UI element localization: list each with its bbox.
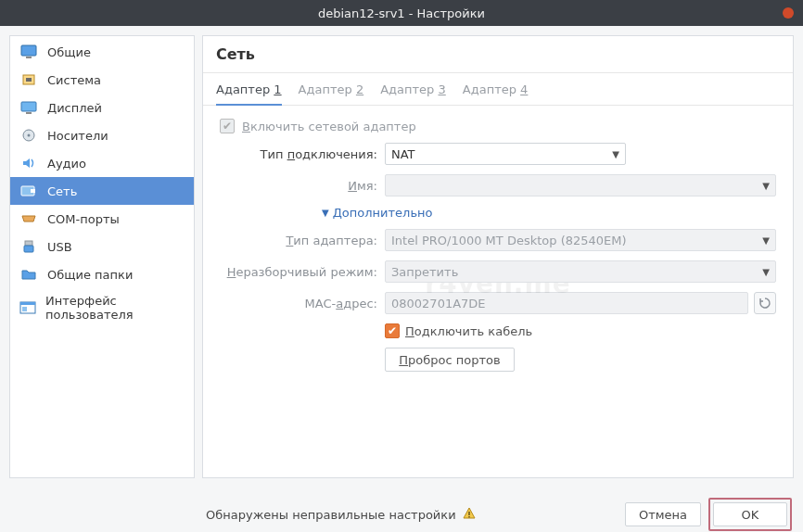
window-layout-icon	[19, 299, 36, 316]
tab-adapter-2[interactable]: Адаптер 2	[299, 82, 364, 105]
sidebar-item-audio[interactable]: Аудио	[10, 149, 194, 177]
connection-type-label: Тип подключения:	[220, 147, 377, 161]
name-label: Имя:	[220, 179, 377, 193]
enable-adapter-label: Включить сетевой адаптер	[242, 120, 416, 133]
network-panel: Сеть Адаптер 1 Адаптер 2 Адаптер 3 Адапт…	[202, 35, 794, 478]
speaker-icon	[19, 155, 38, 171]
serial-port-icon	[19, 210, 38, 227]
sidebar-item-label: Сеть	[47, 184, 77, 198]
adapter-type-select: Intel PRO/1000 MT Desktop (82540EM)▼	[385, 229, 776, 251]
tab-adapter-4[interactable]: Адаптер 4	[463, 82, 529, 105]
sidebar-item-shared-folders[interactable]: Общие папки	[10, 260, 194, 288]
folder-icon	[19, 266, 38, 283]
tab-adapter-3[interactable]: Адаптер 3	[380, 82, 446, 105]
warning-icon	[462, 506, 477, 524]
chip-icon	[19, 71, 38, 88]
cable-connected-checkbox[interactable]: ✔	[385, 323, 400, 338]
svg-rect-4	[21, 102, 36, 111]
sidebar-item-label: Система	[47, 73, 101, 87]
svg-rect-10	[25, 241, 32, 246]
window-title: debian12-srv1 - Настройки	[318, 6, 485, 20]
usb-icon	[19, 238, 38, 255]
sidebar-item-label: USB	[47, 240, 72, 254]
settings-sidebar: Общие Система Дисплей Носители Аудио	[9, 35, 195, 478]
svg-rect-9	[31, 189, 35, 193]
sidebar-item-label: Интерфейс пользователя	[45, 294, 185, 322]
sidebar-item-system[interactable]: Система	[10, 66, 194, 94]
tab-adapter-1[interactable]: Адаптер 1	[216, 82, 282, 106]
connection-type-select[interactable]: NAT▼	[385, 143, 626, 165]
svg-rect-13	[20, 302, 35, 305]
svg-rect-0	[21, 45, 36, 56]
warning-text: Обнаружены неправильные настройки	[206, 508, 456, 522]
promiscuous-select: Запретить▼	[385, 260, 776, 283]
svg-rect-16	[468, 516, 469, 517]
sidebar-item-storage[interactable]: Носители	[10, 121, 194, 149]
sidebar-item-label: Общие папки	[47, 268, 133, 282]
adapter-tabs: Адаптер 1 Адаптер 2 Адаптер 3 Адаптер 4	[203, 73, 793, 106]
display-icon	[19, 99, 38, 116]
titlebar: debian12-srv1 - Настройки	[0, 0, 803, 26]
disk-icon	[19, 127, 38, 144]
svg-point-7	[28, 134, 31, 137]
svg-rect-5	[26, 112, 32, 114]
cancel-button[interactable]: Отмена	[625, 502, 701, 526]
sidebar-item-display[interactable]: Дисплей	[10, 94, 194, 121]
sidebar-item-label: Аудио	[47, 157, 86, 171]
ok-highlight-box: OK	[708, 498, 792, 531]
sidebar-item-userinterface[interactable]: Интерфейс пользователя	[10, 288, 194, 327]
refresh-icon	[758, 297, 771, 310]
svg-rect-11	[24, 246, 33, 252]
sidebar-item-label: Дисплей	[47, 101, 102, 115]
enable-adapter-checkbox[interactable]: ✔	[220, 119, 235, 133]
advanced-toggle[interactable]: ▼ Дополнительно	[322, 206, 776, 220]
cable-connected-label: Подключить кабель	[405, 324, 532, 338]
svg-rect-15	[468, 512, 469, 515]
sidebar-item-serial[interactable]: COM-порты	[10, 205, 194, 233]
network-card-icon	[19, 183, 38, 199]
promiscuous-label: Неразборчивый режим:	[220, 265, 377, 279]
port-forwarding-button[interactable]: Проброс портов	[385, 348, 515, 372]
svg-rect-14	[22, 307, 27, 311]
sidebar-item-label: Общие	[47, 45, 91, 59]
adapter-type-label: Тип адаптера:	[220, 234, 377, 247]
footer-bar: Обнаружены неправильные настройки Отмена…	[0, 497, 803, 532]
ok-button[interactable]: OK	[713, 502, 787, 526]
name-select: ▼	[385, 174, 776, 196]
panel-title: Сеть	[203, 36, 793, 73]
svg-rect-1	[26, 57, 32, 58]
mac-label: MAC-адрес:	[220, 297, 377, 310]
sidebar-item-label: Носители	[47, 129, 108, 143]
sidebar-item-usb[interactable]: USB	[10, 233, 194, 260]
monitor-icon	[19, 44, 38, 60]
sidebar-item-label: COM-порты	[47, 212, 120, 226]
mac-address-input[interactable]: 08002701A7DE	[385, 292, 748, 314]
chevron-down-icon: ▼	[322, 208, 329, 218]
mac-refresh-button[interactable]	[754, 292, 776, 314]
sidebar-item-general[interactable]: Общие	[10, 38, 194, 66]
sidebar-item-network[interactable]: Сеть	[10, 177, 194, 205]
svg-rect-3	[26, 78, 32, 82]
close-icon[interactable]	[783, 7, 794, 19]
